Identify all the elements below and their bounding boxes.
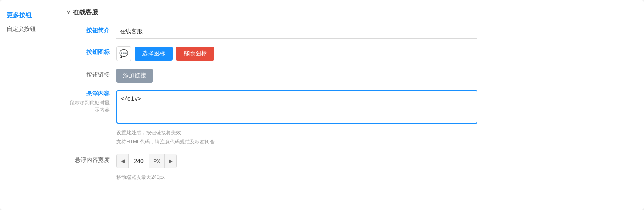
icon-row: 按钮图标 💬 选择图标 移除图标	[66, 46, 632, 61]
section-header: ∨ 在线客服	[66, 8, 632, 16]
section-title: 在线客服	[73, 8, 98, 16]
width-unit-label: PX	[149, 154, 165, 168]
icon-content: 💬 选择图标 移除图标	[116, 46, 632, 61]
hover-sublabel: 鼠标移到此处时显示内容	[66, 99, 110, 114]
hover-hint2: 支持HTML代码，请注意代码规范及标签闭合	[116, 138, 215, 147]
link-content: 添加链接	[116, 69, 632, 83]
hover-content-textarea[interactable]	[116, 90, 477, 124]
width-label: 悬浮内容宽度	[66, 154, 116, 164]
icon-preview-box: 💬	[116, 46, 131, 61]
brief-input[interactable]	[116, 25, 477, 39]
icon-label: 按钮图标	[66, 46, 116, 56]
remove-icon-button[interactable]: 移除图标	[176, 47, 214, 61]
sidebar-more-button[interactable]: 更多按钮	[0, 8, 54, 23]
width-input[interactable]	[128, 154, 149, 168]
select-icon-button[interactable]: 选择图标	[135, 47, 173, 61]
width-increase-button[interactable]: ▶	[165, 154, 176, 168]
brief-content	[116, 25, 632, 39]
chevron-down-icon: ∨	[66, 9, 71, 15]
link-row: 按钮链接 添加链接	[66, 69, 632, 83]
add-link-button[interactable]: 添加链接	[116, 69, 153, 83]
hover-row: 悬浮内容 鼠标移到此处时显示内容 设置此处后，按钮链接将失效 支持HTML代码，…	[66, 90, 632, 146]
main-content: ∨ 在线客服 按钮简介 按钮图标 💬 选择图标 移除图标 按钮链接	[54, 0, 644, 210]
width-content: ◀ PX ▶ 移动端宽度最大240px	[116, 154, 632, 182]
brief-label: 按钮简介	[66, 25, 116, 35]
hover-content: 设置此处后，按钮链接将失效 支持HTML代码，请注意代码规范及标签闭合	[116, 90, 632, 146]
brief-row: 按钮简介	[66, 25, 632, 39]
hover-label: 悬浮内容	[66, 90, 110, 98]
sidebar: 更多按钮 自定义按钮	[0, 0, 54, 210]
hover-textarea-container	[116, 90, 477, 125]
link-label: 按钮链接	[66, 69, 116, 79]
hover-hint1: 设置此处后，按钮链接将失效	[116, 128, 215, 138]
width-row: 悬浮内容宽度 ◀ PX ▶ 移动端宽度最大240px	[66, 154, 632, 182]
sidebar-custom-button[interactable]: 自定义按钮	[0, 23, 54, 35]
width-hint: 移动端宽度最大240px	[116, 173, 165, 182]
hover-hints: 设置此处后，按钮链接将失效 支持HTML代码，请注意代码规范及标签闭合	[116, 128, 215, 146]
width-decrease-button[interactable]: ◀	[117, 154, 128, 168]
chat-icon: 💬	[119, 49, 128, 58]
width-control: ◀ PX ▶	[116, 154, 177, 168]
